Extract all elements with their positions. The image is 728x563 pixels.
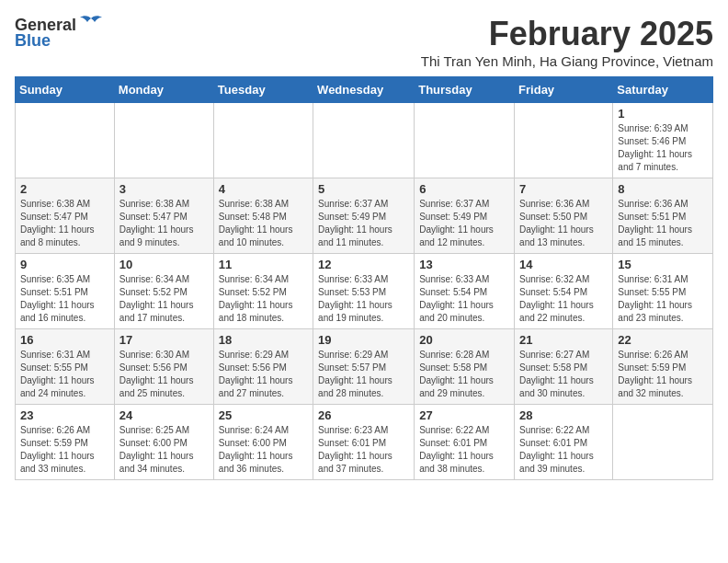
day-info: Sunrise: 6:38 AM Sunset: 5:47 PM Dayligh…	[119, 198, 209, 249]
day-number: 13	[419, 258, 509, 271]
calendar-cell	[313, 103, 415, 178]
day-number: 12	[318, 258, 409, 271]
day-number: 17	[119, 333, 209, 347]
day-number: 15	[618, 258, 708, 271]
day-number: 1	[618, 107, 708, 121]
weekday-header-friday: Friday	[515, 77, 613, 103]
weekday-header-saturday: Saturday	[613, 77, 713, 103]
day-number: 25	[219, 408, 308, 422]
day-info: Sunrise: 6:24 AM Sunset: 6:00 PM Dayligh…	[219, 424, 308, 476]
day-number: 7	[519, 182, 608, 196]
day-info: Sunrise: 6:37 AM Sunset: 5:49 PM Dayligh…	[318, 198, 409, 249]
day-number: 6	[419, 182, 509, 196]
day-info: Sunrise: 6:33 AM Sunset: 5:54 PM Dayligh…	[419, 273, 509, 325]
calendar-cell: 22Sunrise: 6:26 AM Sunset: 5:59 PM Dayli…	[613, 329, 713, 405]
day-number: 22	[618, 333, 708, 347]
weekday-header-monday: Monday	[114, 77, 213, 103]
day-info: Sunrise: 6:37 AM Sunset: 5:49 PM Dayligh…	[419, 198, 509, 249]
calendar-cell: 11Sunrise: 6:34 AM Sunset: 5:52 PM Dayli…	[213, 254, 313, 329]
page-header: General Blue February 2025 Thi Tran Yen …	[15, 15, 713, 69]
calendar-cell: 12Sunrise: 6:33 AM Sunset: 5:53 PM Dayli…	[313, 254, 415, 329]
day-number: 11	[219, 258, 308, 271]
calendar-cell: 4Sunrise: 6:38 AM Sunset: 5:48 PM Daylig…	[213, 178, 313, 254]
calendar-cell: 25Sunrise: 6:24 AM Sunset: 6:00 PM Dayli…	[213, 405, 313, 480]
calendar-cell	[613, 405, 713, 480]
calendar-header-row: SundayMondayTuesdayWednesdayThursdayFrid…	[16, 77, 713, 103]
day-number: 26	[318, 408, 409, 422]
calendar-week-row: 9Sunrise: 6:35 AM Sunset: 5:51 PM Daylig…	[16, 254, 713, 329]
calendar-cell: 24Sunrise: 6:25 AM Sunset: 6:00 PM Dayli…	[114, 405, 213, 480]
day-number: 9	[20, 258, 109, 271]
day-info: Sunrise: 6:36 AM Sunset: 5:51 PM Dayligh…	[618, 198, 708, 249]
day-info: Sunrise: 6:29 AM Sunset: 5:56 PM Dayligh…	[219, 349, 308, 400]
calendar-cell: 1Sunrise: 6:39 AM Sunset: 5:46 PM Daylig…	[613, 103, 713, 178]
calendar-cell: 17Sunrise: 6:30 AM Sunset: 5:56 PM Dayli…	[114, 329, 213, 405]
day-info: Sunrise: 6:28 AM Sunset: 5:58 PM Dayligh…	[419, 349, 509, 400]
day-info: Sunrise: 6:39 AM Sunset: 5:46 PM Dayligh…	[618, 122, 708, 174]
calendar-week-row: 1Sunrise: 6:39 AM Sunset: 5:46 PM Daylig…	[16, 103, 713, 178]
day-number: 5	[318, 182, 409, 196]
logo-bird-icon	[78, 15, 104, 35]
calendar-cell: 6Sunrise: 6:37 AM Sunset: 5:49 PM Daylig…	[415, 178, 515, 254]
calendar-cell: 13Sunrise: 6:33 AM Sunset: 5:54 PM Dayli…	[415, 254, 515, 329]
day-info: Sunrise: 6:35 AM Sunset: 5:51 PM Dayligh…	[20, 273, 109, 325]
day-info: Sunrise: 6:38 AM Sunset: 5:48 PM Dayligh…	[219, 198, 308, 249]
day-number: 3	[119, 182, 209, 196]
weekday-header-thursday: Thursday	[415, 77, 515, 103]
calendar-cell: 8Sunrise: 6:36 AM Sunset: 5:51 PM Daylig…	[613, 178, 713, 254]
day-number: 24	[119, 408, 209, 422]
calendar-cell: 16Sunrise: 6:31 AM Sunset: 5:55 PM Dayli…	[16, 329, 115, 405]
weekday-header-sunday: Sunday	[16, 77, 115, 103]
calendar-cell: 14Sunrise: 6:32 AM Sunset: 5:54 PM Dayli…	[515, 254, 613, 329]
day-info: Sunrise: 6:27 AM Sunset: 5:58 PM Dayligh…	[519, 349, 608, 400]
day-info: Sunrise: 6:25 AM Sunset: 6:00 PM Dayligh…	[119, 424, 209, 476]
day-number: 16	[20, 333, 109, 347]
day-info: Sunrise: 6:34 AM Sunset: 5:52 PM Dayligh…	[119, 273, 209, 325]
day-number: 27	[419, 408, 509, 422]
calendar-cell	[515, 103, 613, 178]
day-number: 10	[119, 258, 209, 271]
calendar-cell: 21Sunrise: 6:27 AM Sunset: 5:58 PM Dayli…	[515, 329, 613, 405]
calendar-cell	[114, 103, 213, 178]
calendar-cell: 7Sunrise: 6:36 AM Sunset: 5:50 PM Daylig…	[515, 178, 613, 254]
day-info: Sunrise: 6:26 AM Sunset: 5:59 PM Dayligh…	[618, 349, 708, 400]
calendar-cell: 3Sunrise: 6:38 AM Sunset: 5:47 PM Daylig…	[114, 178, 213, 254]
day-info: Sunrise: 6:22 AM Sunset: 6:01 PM Dayligh…	[519, 424, 608, 476]
day-info: Sunrise: 6:32 AM Sunset: 5:54 PM Dayligh…	[519, 273, 608, 325]
day-number: 21	[519, 333, 608, 347]
calendar-cell	[415, 103, 515, 178]
logo: General Blue	[15, 15, 104, 51]
calendar-cell: 19Sunrise: 6:29 AM Sunset: 5:57 PM Dayli…	[313, 329, 415, 405]
day-info: Sunrise: 6:31 AM Sunset: 5:55 PM Dayligh…	[618, 273, 708, 325]
day-info: Sunrise: 6:23 AM Sunset: 6:01 PM Dayligh…	[318, 424, 409, 476]
day-number: 14	[519, 258, 608, 271]
calendar-cell: 2Sunrise: 6:38 AM Sunset: 5:47 PM Daylig…	[16, 178, 115, 254]
day-info: Sunrise: 6:30 AM Sunset: 5:56 PM Dayligh…	[119, 349, 209, 400]
weekday-header-tuesday: Tuesday	[213, 77, 313, 103]
day-info: Sunrise: 6:33 AM Sunset: 5:53 PM Dayligh…	[318, 273, 409, 325]
calendar-cell: 5Sunrise: 6:37 AM Sunset: 5:49 PM Daylig…	[313, 178, 415, 254]
calendar-cell: 26Sunrise: 6:23 AM Sunset: 6:01 PM Dayli…	[313, 405, 415, 480]
day-number: 19	[318, 333, 409, 347]
day-number: 2	[20, 182, 109, 196]
month-title: February 2025	[421, 15, 713, 53]
day-number: 23	[20, 408, 109, 422]
calendar-cell: 20Sunrise: 6:28 AM Sunset: 5:58 PM Dayli…	[415, 329, 515, 405]
day-info: Sunrise: 6:34 AM Sunset: 5:52 PM Dayligh…	[219, 273, 308, 325]
calendar-cell: 9Sunrise: 6:35 AM Sunset: 5:51 PM Daylig…	[16, 254, 115, 329]
day-number: 18	[219, 333, 308, 347]
calendar-cell: 15Sunrise: 6:31 AM Sunset: 5:55 PM Dayli…	[613, 254, 713, 329]
calendar-cell: 23Sunrise: 6:26 AM Sunset: 5:59 PM Dayli…	[16, 405, 115, 480]
title-area: February 2025 Thi Tran Yen Minh, Ha Gian…	[421, 15, 713, 69]
day-info: Sunrise: 6:29 AM Sunset: 5:57 PM Dayligh…	[318, 349, 409, 400]
day-number: 28	[519, 408, 608, 422]
calendar-cell	[16, 103, 115, 178]
day-info: Sunrise: 6:26 AM Sunset: 5:59 PM Dayligh…	[20, 424, 109, 476]
day-info: Sunrise: 6:38 AM Sunset: 5:47 PM Dayligh…	[20, 198, 109, 249]
calendar-week-row: 2Sunrise: 6:38 AM Sunset: 5:47 PM Daylig…	[16, 178, 713, 254]
calendar-cell: 10Sunrise: 6:34 AM Sunset: 5:52 PM Dayli…	[114, 254, 213, 329]
location-title: Thi Tran Yen Minh, Ha Giang Province, Vi…	[421, 53, 713, 69]
calendar-cell	[213, 103, 313, 178]
calendar-cell: 27Sunrise: 6:22 AM Sunset: 6:01 PM Dayli…	[415, 405, 515, 480]
day-info: Sunrise: 6:36 AM Sunset: 5:50 PM Dayligh…	[519, 198, 608, 249]
